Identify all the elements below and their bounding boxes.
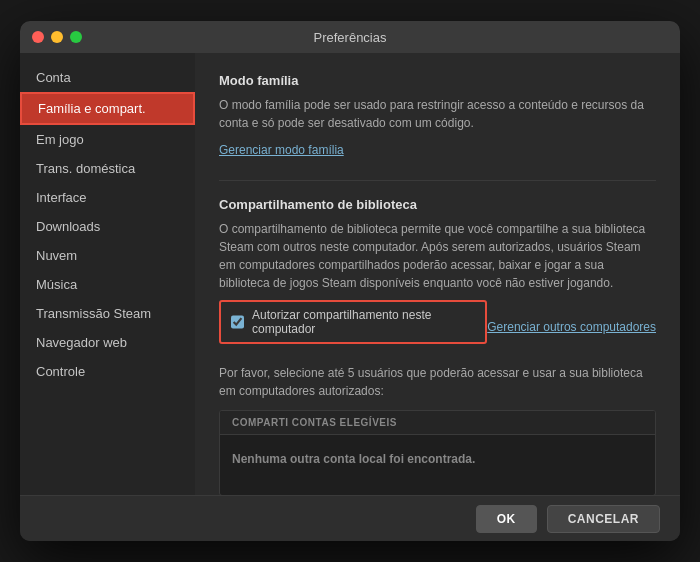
sidebar-item-em-jogo[interactable]: Em jogo [20,125,195,154]
sidebar-item-familia[interactable]: Família e compart. [20,92,195,125]
sidebar-item-musica[interactable]: Música [20,270,195,299]
authorize-checkbox[interactable] [231,315,244,329]
minimize-button[interactable] [51,31,63,43]
sidebar-item-controle[interactable]: Controle [20,357,195,386]
compartilhamento-title: Compartilhamento de biblioteca [219,197,656,212]
ok-button[interactable]: OK [476,505,537,533]
window-title: Preferências [314,30,387,45]
authorize-checkbox-container: Autorizar compartilhamento neste computa… [219,300,487,344]
select-users-text: Por favor, selecione até 5 usuários que … [219,364,656,400]
sidebar-item-downloads[interactable]: Downloads [20,212,195,241]
sidebar-item-interface[interactable]: Interface [20,183,195,212]
close-button[interactable] [32,31,44,43]
table-header-label: COMPARTI CONTAS ELEGÍVEIS [232,417,397,428]
sidebar: Conta Família e compart. Em jogo Trans. … [20,53,195,495]
gerenciar-outros-link[interactable]: Gerenciar outros computadores [487,320,656,334]
sidebar-item-nuvem[interactable]: Nuvem [20,241,195,270]
section-divider [219,180,656,181]
titlebar: Preferências [20,21,680,53]
eligible-accounts-table: COMPARTI CONTAS ELEGÍVEIS Nenhuma outra … [219,410,656,495]
authorize-label: Autorizar compartilhamento neste computa… [252,308,475,336]
table-empty-message: Nenhuma outra conta local foi encontrada… [232,452,475,466]
preferences-window: Preferências Conta Família e compart. Em… [20,21,680,541]
compartilhamento-section: Compartilhamento de biblioteca O compart… [219,197,656,495]
maximize-button[interactable] [70,31,82,43]
main-panel: Modo família O modo família pode ser usa… [195,53,680,495]
modo-familia-section: Modo família O modo família pode ser usa… [219,73,656,158]
sidebar-item-transmissao[interactable]: Transmissão Steam [20,299,195,328]
content-area: Conta Família e compart. Em jogo Trans. … [20,53,680,495]
sidebar-item-conta[interactable]: Conta [20,63,195,92]
modo-familia-description: O modo família pode ser usado para restr… [219,96,656,132]
cancel-button[interactable]: CANCELAR [547,505,660,533]
sidebar-item-trans-domestica[interactable]: Trans. doméstica [20,154,195,183]
table-body: Nenhuma outra conta local foi encontrada… [220,435,655,495]
footer: OK CANCELAR [20,495,680,541]
share-section: Por favor, selecione até 5 usuários que … [219,364,656,495]
authorize-row: Autorizar compartilhamento neste computa… [219,300,656,354]
sidebar-item-navegador[interactable]: Navegador web [20,328,195,357]
compartilhamento-description: O compartilhamento de biblioteca permite… [219,220,656,292]
gerenciar-modo-familia-link[interactable]: Gerenciar modo família [219,143,344,157]
traffic-lights [32,31,82,43]
table-header-row: COMPARTI CONTAS ELEGÍVEIS [220,411,655,435]
modo-familia-title: Modo família [219,73,656,88]
